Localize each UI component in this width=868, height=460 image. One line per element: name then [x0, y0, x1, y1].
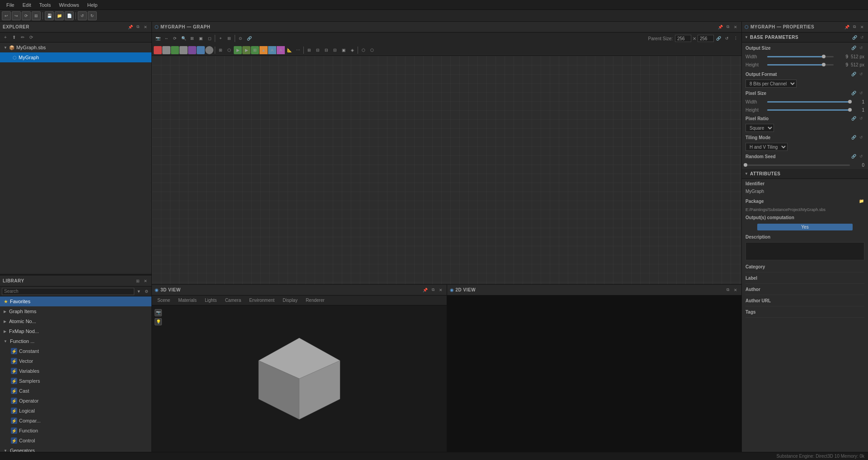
properties-pin-icon[interactable]: 📌 [844, 24, 850, 30]
properties-float-icon[interactable]: ⧉ [851, 24, 858, 30]
lib-compar[interactable]: ⚡ Compar... [0, 416, 151, 426]
pixel-size-link-icon[interactable]: 🔗 [850, 90, 857, 96]
pixel-height-thumb[interactable] [848, 108, 852, 112]
menu-help[interactable]: Help [84, 1, 101, 9]
gt-node5-icon[interactable]: ⊞ [251, 46, 259, 54]
view2d-content[interactable] [447, 296, 742, 452]
menu-file[interactable]: File [3, 1, 18, 9]
gt-fit-icon[interactable]: ⊠ [188, 34, 196, 42]
explorer-refresh-icon[interactable]: ⟳ [28, 34, 35, 41]
gt-node15-icon[interactable]: ▣ [340, 46, 348, 54]
width-slider[interactable] [767, 56, 834, 57]
lib-graph-items[interactable]: ▶ Graph Items [0, 306, 151, 316]
lib-samplers[interactable]: ⚡ Samplers [0, 376, 151, 386]
output-format-link-icon[interactable]: 🔗 [850, 71, 857, 77]
gt-color-red[interactable] [154, 46, 162, 54]
gt-link-icon[interactable]: 🔗 [245, 34, 253, 42]
explorer-pin-icon[interactable]: 📌 [127, 24, 133, 30]
tab-environment[interactable]: Environment [245, 297, 278, 304]
gt-more-icon[interactable]: ⋮ [731, 34, 740, 42]
toolbar-redo[interactable]: ↻ [88, 11, 97, 20]
parent-size-input1[interactable]: 256 [675, 35, 691, 42]
gt-zoom-icon[interactable]: 🔍 [179, 34, 188, 42]
outputs-comp-btn[interactable]: Yes [757, 224, 852, 230]
graph-pin-icon[interactable]: 📌 [717, 24, 723, 30]
tab-camera[interactable]: Camera [222, 297, 245, 304]
lib-fxmap[interactable]: ▶ FxMap Nod... [0, 326, 151, 336]
gt-node1-icon[interactable]: ⊞ [217, 46, 225, 54]
gt-color-green[interactable] [171, 46, 179, 54]
gt-camera-icon[interactable]: 📷 [154, 34, 162, 42]
gt-node16-icon[interactable]: ◈ [348, 46, 356, 54]
gt-node11-icon[interactable]: ⊞ [305, 46, 313, 54]
library-close-icon[interactable]: ✕ [142, 278, 149, 284]
lib-operator[interactable]: ⚡ Operator [0, 396, 151, 406]
gt-node12-icon[interactable]: ⊟ [314, 46, 322, 54]
view3d-close-icon[interactable]: ✕ [438, 287, 444, 293]
gt-grid-icon[interactable]: ⊞ [225, 34, 233, 42]
toolbar-undo[interactable]: ↺ [78, 11, 87, 20]
tab-renderer[interactable]: Renderer [302, 297, 328, 304]
tab-materials[interactable]: Materials [175, 297, 200, 304]
view3d-pin-icon[interactable]: 📌 [422, 287, 429, 293]
pixel-ratio-reset-icon[interactable]: ↺ [858, 115, 864, 122]
gt-node13-icon[interactable]: ⊟ [322, 46, 330, 54]
graph-close-icon[interactable]: ✕ [732, 24, 739, 30]
gt-color-gray2[interactable] [179, 46, 188, 54]
random-seed-link-icon[interactable]: 🔗 [850, 153, 857, 160]
tree-item-mygraph-sbs[interactable]: ▼ 📦 MyGraph.sbs [0, 42, 151, 52]
graph-canvas[interactable] [152, 56, 741, 284]
lib-constant[interactable]: ⚡ Constant [0, 346, 151, 356]
tiling-mode-link-icon[interactable]: 🔗 [850, 134, 857, 141]
lib-logical[interactable]: ⚡ Logical [0, 406, 151, 416]
menu-tools[interactable]: Tools [36, 1, 55, 9]
tiling-mode-dropdown[interactable]: H and V Tiling [745, 143, 788, 151]
lib-function-item[interactable]: ⚡ Function [0, 426, 151, 436]
pixel-size-reset-icon[interactable]: ↺ [858, 90, 864, 96]
gt-node6-icon[interactable]: ▲ [259, 46, 268, 54]
gt-node7-icon[interactable]: A [268, 46, 276, 54]
view3d-float-icon[interactable]: ⧉ [430, 287, 436, 293]
view2d-float-icon[interactable]: ⧉ [725, 287, 731, 293]
gt-node17-icon[interactable]: ⬡ [359, 46, 368, 54]
attributes-section-header[interactable]: ▼ ATTRIBUTES [742, 169, 868, 179]
lib-control[interactable]: ⚡ Control [0, 436, 151, 446]
explorer-add-icon[interactable]: + [2, 34, 9, 41]
tab-lights[interactable]: Lights [201, 297, 221, 304]
gt-reset-icon[interactable]: ↺ [723, 34, 731, 42]
toolbar-new[interactable]: 📄 [65, 11, 74, 20]
output-size-link-icon[interactable]: 🔗 [850, 45, 857, 51]
gt-node3-icon[interactable]: ▶ [234, 46, 242, 54]
pixel-ratio-link-icon[interactable]: 🔗 [850, 115, 857, 122]
toolbar-open[interactable]: 📁 [55, 11, 64, 20]
tiling-mode-reset-icon[interactable]: ↺ [858, 134, 864, 141]
pixel-height-slider[interactable] [767, 109, 850, 111]
random-seed-reset-icon[interactable]: ↺ [858, 153, 864, 160]
lib-atomic-no[interactable]: ▶ Atomic No... [0, 316, 151, 326]
gt-add-node-icon[interactable]: + [217, 34, 225, 42]
view3d-content[interactable]: 📷 💡 [152, 305, 447, 452]
explorer-edit-icon[interactable]: ✏ [19, 34, 26, 41]
gt-toggle-icon[interactable]: ⊙ [236, 34, 245, 42]
gt-node18-icon[interactable]: ⬡ [368, 46, 376, 54]
base-params-section-header[interactable]: ▼ BASE PARAMETERS 🔗 ↺ [742, 33, 868, 42]
gt-node2-icon[interactable]: ⬡ [225, 46, 233, 54]
gt-circle-icon[interactable] [205, 46, 213, 54]
lib-function[interactable]: ▼ Function ... [0, 336, 151, 346]
tab-scene[interactable]: Scene [154, 297, 174, 304]
lib-variables[interactable]: ⚡ Variables [0, 366, 151, 376]
output-size-reset-icon[interactable]: ↺ [858, 45, 864, 51]
tab-display[interactable]: Display [279, 297, 301, 304]
height-slider[interactable] [767, 64, 834, 66]
library-grid-icon[interactable]: ⊞ [135, 278, 141, 284]
toolbar-btn-1[interactable]: ↩ [2, 11, 11, 20]
library-search-input[interactable] [2, 288, 134, 295]
toolbar-btn-3[interactable]: ⟳ [22, 11, 31, 20]
explorer-float-icon[interactable]: ⧉ [135, 24, 141, 30]
pixel-width-thumb[interactable] [848, 100, 852, 103]
explorer-close-icon[interactable]: ✕ [142, 24, 149, 30]
library-settings-icon[interactable]: ⚙ [143, 288, 150, 295]
pixel-ratio-dropdown[interactable]: Square [745, 124, 774, 132]
package-folder-icon[interactable]: 📁 [858, 198, 864, 204]
menu-windows[interactable]: Windows [55, 1, 83, 9]
